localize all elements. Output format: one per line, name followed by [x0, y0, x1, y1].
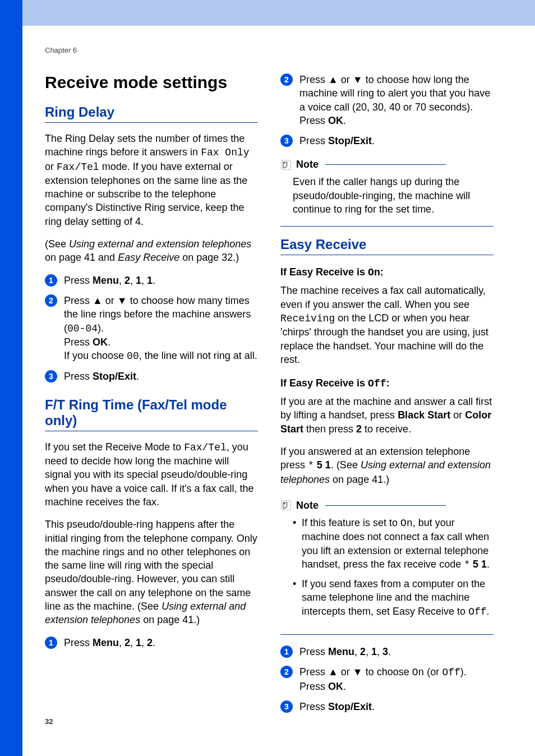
mono-text: * [308, 460, 314, 471]
text: , [130, 275, 136, 286]
svg-rect-1 [282, 501, 291, 510]
text: or [103, 295, 117, 306]
text: . [487, 606, 490, 617]
text: If you choose [64, 350, 127, 361]
step-2: 2 Press ▲ or ▼ to choose how many times … [45, 294, 258, 363]
note-title: Note [296, 500, 319, 511]
h2-ring-delay: Ring Delay [45, 104, 258, 123]
text: Press [64, 295, 93, 306]
page-number: 32 [45, 717, 53, 726]
note2-item-1: If this feature is set to On, but your m… [293, 516, 494, 571]
note-divider [280, 226, 494, 227]
text: If you set the Receive Mode to [45, 441, 184, 453]
step-3-ft: 3 Press Stop/Exit. [280, 134, 494, 147]
step-number-3: 3 [45, 370, 57, 382]
key-menu: Menu [93, 637, 119, 648]
note2-list: If this feature is set to On, but your m… [293, 516, 494, 624]
step-number-2: 2 [280, 666, 293, 678]
text: . [108, 336, 110, 348]
text: Press [64, 371, 93, 382]
text: on page 41.) [140, 614, 200, 625]
note-icon [280, 159, 292, 170]
step-1: 1 Press Menu, 2, 1, 1. [45, 274, 258, 287]
mono-text: On [368, 267, 380, 278]
text: . [487, 559, 490, 570]
note-icon [280, 500, 292, 511]
h2-ft-ring-time: F/T Ring Time (Fax/Tel mode only) [45, 397, 258, 431]
step-body: Press Menu, 2, 1, 3. [299, 645, 494, 658]
key-2: 2 [124, 275, 130, 286]
text: Press [299, 701, 328, 712]
key-3: 3 [382, 646, 388, 657]
note-rule [325, 164, 446, 165]
text: on page 41.) [330, 474, 389, 485]
ref-link: Easy Receive [118, 252, 179, 263]
up-icon: ▲ [93, 295, 103, 306]
step-number-1: 1 [45, 637, 57, 649]
key-51: 5 1 [470, 559, 487, 570]
text: . [372, 135, 375, 146]
key-1: 1 [136, 275, 141, 286]
mono-text: Off [368, 378, 386, 389]
step-body: Press Stop/Exit. [299, 134, 494, 147]
step-3: 3 Press Stop/Exit. [45, 370, 258, 383]
ref-link: Using external and extension telephones [69, 238, 251, 250]
text: , [141, 637, 147, 648]
para-ft-detail: This pseudo/double-ring happens after th… [45, 518, 258, 626]
key-ok: OK [93, 336, 108, 348]
text: then press [303, 423, 356, 435]
mono-text: Off [442, 667, 460, 678]
step-number-1: 1 [45, 274, 57, 287]
text: Press [299, 74, 328, 85]
para-ft-intro: If you set the Receive Mode to Fax/Tel, … [45, 440, 258, 509]
key-ok: OK [328, 681, 343, 692]
step-number-3: 3 [280, 135, 293, 147]
key-2: 2 [356, 423, 362, 435]
mono-text: Off [468, 606, 486, 617]
text: , [119, 637, 124, 648]
mono-text: * [464, 559, 470, 570]
mono-text: Fax Only [201, 147, 249, 158]
text: , [141, 275, 147, 286]
header-bar [0, 0, 535, 26]
step-number-2: 2 [280, 73, 293, 86]
text: , [119, 275, 124, 286]
text: to receive. [362, 423, 411, 435]
text: to choose [363, 666, 412, 677]
text: . [343, 681, 346, 692]
step-1-easy: 1 Press Menu, 2, 1, 3. [280, 645, 494, 658]
key-black-start: Black Start [398, 409, 450, 421]
key-2: 2 [360, 646, 366, 657]
chapter-label: Chapter 6 [45, 46, 77, 54]
text: , [354, 646, 360, 657]
mono-text: Fax/Tel [184, 442, 227, 453]
step-3-easy: 3 Press Stop/Exit. [280, 700, 494, 713]
text: ). [98, 322, 104, 334]
key-ok: OK [328, 115, 343, 126]
text: . [153, 637, 155, 648]
text: (or [424, 666, 442, 677]
step-body: Press ▲ or ▼ to choose how many times th… [64, 294, 258, 363]
note2-heading: Note [280, 500, 494, 511]
step-body: Press ▲ or ▼ to choose how long the mach… [299, 73, 494, 127]
key-2: 2 [147, 637, 153, 648]
text: or [338, 666, 353, 677]
down-icon: ▼ [353, 666, 363, 677]
step-body: Press Stop/Exit. [299, 700, 494, 713]
down-icon: ▼ [117, 295, 127, 306]
text: If this feature is set to [302, 517, 400, 528]
step-number-2: 2 [45, 294, 57, 307]
text: , [130, 637, 136, 648]
mono-text: Fax/Tel [57, 162, 99, 173]
mono-text: 00-04 [67, 323, 98, 334]
note2-divider [280, 634, 494, 635]
text: Press [299, 666, 328, 677]
h1-receive-mode: Receive mode settings [45, 73, 258, 92]
page: Chapter 6 Receive mode settings Ring Del… [0, 0, 535, 756]
para-easy-off-1: If you are at the machine and answer a c… [280, 395, 494, 436]
key-2: 2 [124, 637, 130, 648]
text: , the line will not ring at all. [139, 350, 257, 361]
note-heading: Note [280, 159, 494, 170]
text: Press [299, 135, 328, 146]
mono-text: On [412, 667, 425, 678]
